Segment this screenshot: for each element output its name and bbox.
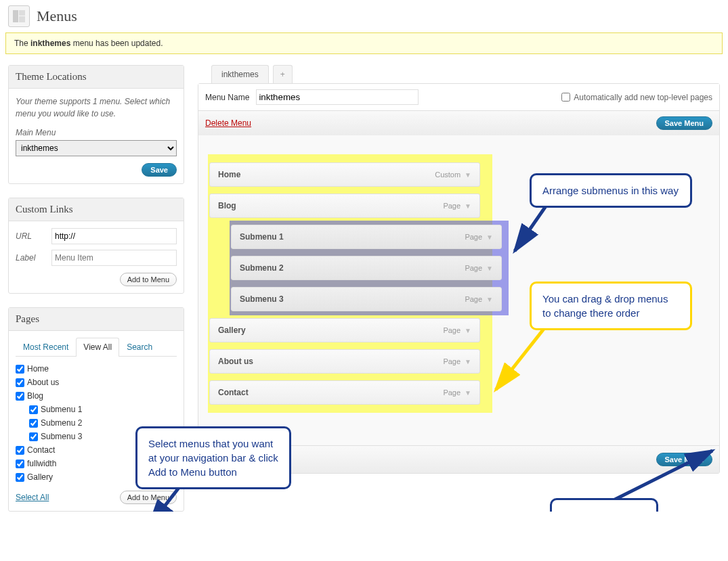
chevron-down-icon[interactable]: ▼ <box>486 296 493 303</box>
add-custom-link-button[interactable]: Add to Menu <box>120 273 177 286</box>
chevron-down-icon[interactable]: ▼ <box>465 327 471 334</box>
chevron-down-icon[interactable]: ▼ <box>465 358 471 365</box>
page-checkbox[interactable] <box>29 432 38 441</box>
menu-item-type: Page <box>443 357 461 365</box>
delete-menu-link[interactable]: Delete Menu <box>205 118 251 128</box>
select-all-link[interactable]: Select All <box>16 493 49 502</box>
tab-view-all[interactable]: View All <box>76 338 119 357</box>
label-input[interactable] <box>51 250 177 266</box>
page-label: fullwidth <box>27 459 56 468</box>
menu-name-label: Menu Name <box>205 93 249 102</box>
page-checkbox[interactable] <box>16 459 24 468</box>
menu-structure-item[interactable]: BlogPage▼ <box>209 194 480 218</box>
page-check-item: Submenu 1 <box>16 403 177 416</box>
page-checkbox[interactable] <box>16 473 24 482</box>
page-checkbox[interactable] <box>29 419 38 428</box>
svg-rect-2 <box>19 16 25 22</box>
menu-item-type: Page <box>465 264 482 272</box>
add-pages-button[interactable]: Add to Menu <box>120 491 177 504</box>
menu-item-title: Contact <box>218 388 249 397</box>
menu-structure-item[interactable]: GalleryPage▼ <box>209 318 480 342</box>
menu-structure-item[interactable]: About usPage▼ <box>209 349 480 374</box>
main-menu-select[interactable]: inkthemes <box>16 140 177 156</box>
menu-tab-add[interactable]: + <box>273 65 293 83</box>
page-label: Blog <box>27 391 43 401</box>
page-checkbox[interactable] <box>16 378 24 387</box>
menu-item-type: Custom <box>435 171 461 179</box>
page-checkbox[interactable] <box>16 365 24 374</box>
svg-rect-1 <box>19 10 25 16</box>
widget-title: Pages <box>9 308 184 331</box>
menu-item-title: Submenu 1 <box>240 232 284 242</box>
main-menu-label: Main Menu <box>16 128 177 137</box>
widget-title: Custom Links <box>9 198 184 221</box>
menu-name-input[interactable] <box>256 89 419 105</box>
widget-title: Theme Locations <box>9 66 184 89</box>
annotation-callout: You can drag & drop menus to change ther… <box>530 282 692 330</box>
url-label: URL <box>16 231 46 241</box>
page-label: Submenu 2 <box>41 418 82 428</box>
chevron-down-icon[interactable]: ▼ <box>465 202 471 210</box>
theme-locations-widget: Theme Locations Your theme supports 1 me… <box>8 65 184 184</box>
page-header: Menus <box>0 0 728 32</box>
page-title: Menus <box>37 7 77 25</box>
menu-item-type: Page <box>443 202 461 210</box>
custom-links-widget: Custom Links URL Label Add to Menu <box>8 198 184 294</box>
page-check-item: Blog <box>16 389 177 403</box>
menu-panel: Menu Name Automatically add new top-leve… <box>198 83 720 474</box>
menu-item-title: Home <box>218 170 240 179</box>
menu-structure-item[interactable]: Submenu 2Page▼ <box>231 256 502 280</box>
chevron-down-icon[interactable]: ▼ <box>486 265 493 272</box>
label-label: Label <box>16 253 46 263</box>
menu-item-type: Page <box>443 388 461 397</box>
menu-item-title: Blog <box>218 201 236 210</box>
menu-tab-inkthemes[interactable]: inkthemes <box>211 65 269 83</box>
tab-search[interactable]: Search <box>119 338 160 356</box>
save-menu-button-bottom[interactable]: Save Menu <box>656 453 712 466</box>
page-label: Home <box>27 364 49 374</box>
update-notice: The inkthemes menu has been updated. <box>5 32 723 54</box>
menu-item-title: Submenu 3 <box>240 294 284 304</box>
menus-icon <box>8 5 30 27</box>
menu-structure-item[interactable]: Submenu 3Page▼ <box>231 287 502 311</box>
page-label: About us <box>27 378 59 387</box>
page-label: Submenu 3 <box>41 432 82 441</box>
page-label: Contact <box>27 445 55 455</box>
page-check-item: Home <box>16 362 177 376</box>
page-check-item: About us <box>16 376 177 389</box>
menu-structure-item[interactable]: HomeCustom▼ <box>209 162 480 187</box>
tab-most-recent[interactable]: Most Recent <box>16 338 76 356</box>
annotation-callout: Click save button <box>550 498 658 512</box>
menu-item-title: Gallery <box>218 326 246 335</box>
svg-rect-0 <box>13 10 18 22</box>
menu-item-type: Page <box>465 233 482 241</box>
url-input[interactable] <box>51 228 177 244</box>
page-checkbox[interactable] <box>16 392 24 401</box>
annotation-callout: Arrange submenus in this way <box>530 173 692 208</box>
theme-locations-desc: Your theme supports 1 menu. Select which… <box>16 95 177 120</box>
menu-item-title: Submenu 2 <box>240 263 284 273</box>
chevron-down-icon[interactable]: ▼ <box>486 233 493 241</box>
chevron-down-icon[interactable]: ▼ <box>465 171 471 179</box>
annotation-callout: Select menus that you want at your navig… <box>135 426 291 489</box>
menu-item-type: Page <box>465 295 482 303</box>
auto-add-checkbox[interactable] <box>561 93 570 102</box>
save-locations-button[interactable]: Save <box>142 163 177 177</box>
menu-item-title: About us <box>218 357 253 366</box>
page-checkbox[interactable] <box>16 446 24 455</box>
page-checkbox[interactable] <box>29 405 38 414</box>
page-label: Gallery <box>27 472 53 482</box>
chevron-down-icon[interactable]: ▼ <box>465 389 471 397</box>
page-label: Submenu 1 <box>41 405 82 414</box>
auto-add-label: Automatically add new top-level pages <box>574 93 712 102</box>
menu-structure-item[interactable]: ContactPage▼ <box>209 380 480 405</box>
save-menu-button-top[interactable]: Save Menu <box>656 116 712 130</box>
menu-item-type: Page <box>443 326 461 334</box>
menu-structure-item[interactable]: Submenu 1Page▼ <box>231 225 502 249</box>
